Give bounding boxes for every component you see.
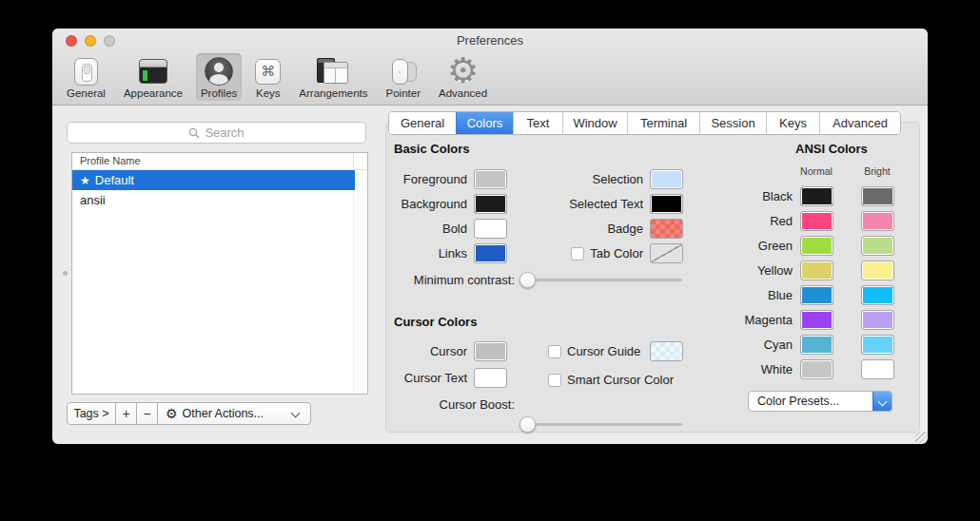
ansi-red-bright-well[interactable] [861, 211, 894, 231]
ansi-green-normal-well[interactable] [800, 236, 833, 256]
general-icon [74, 56, 98, 87]
toolbar-item-profiles[interactable]: Profiles [196, 53, 242, 101]
smart-cursor-checkbox[interactable] [548, 374, 561, 387]
gear-icon: ⚙ [166, 407, 178, 420]
foreground-label: Foreground [386, 169, 467, 189]
slider-track [527, 279, 682, 281]
color-presets-dropdown[interactable]: Color Presets... [748, 391, 892, 412]
profile-list-actions: Tags > + − ⚙ Other Actions... [67, 402, 311, 425]
cursor-boost-label: Cursor Boost: [386, 395, 515, 415]
ansi-cyan-bright-well[interactable] [861, 335, 894, 355]
smart-cursor-label: Smart Cursor Color [567, 373, 674, 387]
tab-text[interactable]: Text [513, 112, 562, 134]
tab-colors[interactable]: Colors [456, 112, 513, 134]
ansi-magenta-bright-well[interactable] [861, 310, 894, 330]
profile-tabs: General Colors Text Window Terminal Sess… [388, 111, 901, 135]
search-input[interactable]: Search [67, 122, 366, 144]
cursor-text-color-well[interactable] [474, 368, 507, 388]
cursor-boost-slider[interactable] [519, 415, 682, 434]
ansi-red-label: Red [700, 211, 793, 231]
selection-color-well[interactable] [650, 169, 683, 189]
toolbar-item-appearance[interactable]: Appearance [119, 53, 187, 101]
toolbar-item-keys[interactable]: ⌘ Keys [250, 53, 285, 101]
ansi-black-bright-well[interactable] [861, 186, 894, 206]
cursor-guide-row: Cursor Guide [548, 341, 640, 361]
selection-label: Selection [500, 169, 643, 189]
ansi-white-bright-well[interactable] [861, 359, 894, 379]
ansi-yellow-bright-well[interactable] [861, 260, 894, 280]
tab-color-row: Tab Color [500, 243, 643, 263]
selected-text-color-well[interactable] [650, 194, 683, 214]
titlebar[interactable]: Preferences [52, 29, 928, 52]
ansi-black-normal-well[interactable] [800, 186, 833, 206]
ansi-red-normal-well[interactable] [800, 211, 833, 231]
minimum-contrast-slider[interactable] [519, 270, 682, 290]
search-icon [188, 127, 200, 139]
add-profile-button[interactable]: + [115, 402, 137, 425]
badge-label: Badge [500, 219, 643, 239]
tags-button[interactable]: Tags > [67, 402, 116, 425]
window-header: Preferences General Appearance Profiles … [52, 29, 928, 106]
toolbar-item-pointer[interactable]: Pointer [382, 53, 425, 101]
ansi-black-label: Black [700, 186, 793, 206]
window-title: Preferences [52, 29, 928, 52]
profile-row-default[interactable]: ★Default [72, 170, 355, 190]
toolbar-item-advanced[interactable]: ⚙ Advanced [434, 53, 492, 101]
colors-panel: Basic Colors Foreground Background Bold … [385, 122, 920, 433]
ansi-yellow-normal-well[interactable] [800, 260, 833, 280]
ansi-colors-heading: ANSI Colors [795, 142, 868, 156]
tab-session[interactable]: Session [699, 112, 766, 134]
cursor-text-label: Cursor Text [386, 368, 467, 388]
minimum-contrast-label: Minimum contrast: [386, 270, 515, 290]
slider-knob[interactable] [519, 272, 536, 288]
ansi-yellow-label: Yellow [700, 260, 793, 280]
normal-column-header: Normal [793, 165, 840, 177]
slider-knob[interactable] [519, 416, 536, 433]
tab-keys[interactable]: Keys [766, 112, 819, 134]
tab-terminal[interactable]: Terminal [627, 112, 699, 134]
ansi-green-label: Green [700, 236, 793, 256]
ansi-magenta-label: Magenta [700, 310, 793, 330]
splitter-handle[interactable] [63, 271, 68, 276]
background-label: Background [386, 194, 467, 214]
profile-list: Profile Name ★Default ansii [71, 152, 368, 395]
cursor-color-well[interactable] [474, 341, 507, 361]
profile-row-ansii[interactable]: ansii [72, 190, 367, 210]
ansi-blue-bright-well[interactable] [861, 285, 894, 305]
profile-list-header[interactable]: Profile Name [72, 153, 367, 170]
arrangements-icon [317, 56, 350, 87]
search-placeholder: Search [205, 125, 244, 140]
ansi-cyan-label: Cyan [700, 335, 793, 355]
ansi-blue-normal-well[interactable] [800, 285, 833, 305]
slider-track [527, 423, 682, 426]
ansi-green-bright-well[interactable] [861, 236, 894, 256]
selected-text-label: Selected Text [500, 194, 643, 214]
other-actions-dropdown[interactable]: ⚙ Other Actions... [157, 402, 311, 425]
chevron-down-icon [878, 397, 888, 407]
ansi-magenta-normal-well[interactable] [800, 310, 833, 330]
ansi-white-normal-well[interactable] [800, 359, 833, 379]
toolbar-item-general[interactable]: General [62, 53, 110, 101]
keys-icon: ⌘ [255, 56, 281, 87]
cursor-guide-checkbox[interactable] [548, 345, 561, 358]
ansi-white-label: White [700, 359, 793, 379]
remove-profile-button[interactable]: − [136, 402, 158, 425]
cursor-colors-heading: Cursor Colors [394, 315, 477, 329]
toolbar: General Appearance Profiles ⌘ Keys Arran… [62, 53, 492, 101]
tab-window[interactable]: Window [562, 112, 627, 134]
dropdown-arrow-cap [872, 392, 892, 411]
badge-color-well[interactable] [650, 219, 683, 239]
toolbar-item-arrangements[interactable]: Arrangements [294, 53, 372, 101]
tab-general[interactable]: General [389, 112, 456, 134]
list-scrollbar[interactable] [353, 153, 367, 394]
bold-label: Bold [386, 219, 467, 239]
tab-advanced[interactable]: Advanced [819, 112, 900, 134]
advanced-gear-icon: ⚙ [447, 56, 479, 87]
tab-color-checkbox[interactable] [571, 247, 584, 260]
ansi-cyan-normal-well[interactable] [800, 335, 833, 355]
resize-grip[interactable] [915, 432, 927, 443]
star-icon: ★ [80, 174, 90, 187]
preferences-window: Preferences General Appearance Profiles … [52, 29, 928, 444]
cursor-guide-color-well[interactable] [650, 341, 683, 361]
tab-color-well[interactable] [650, 243, 683, 263]
